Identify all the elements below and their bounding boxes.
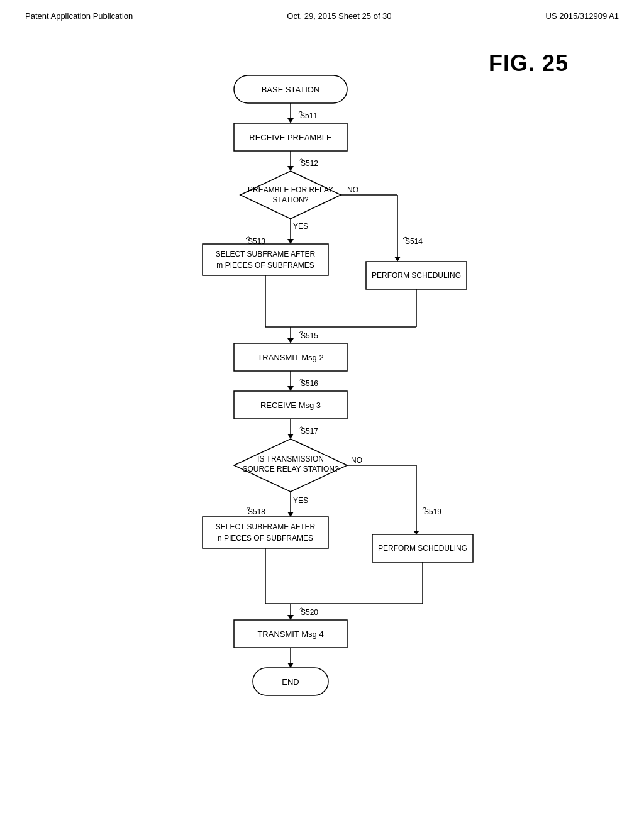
flowchart-svg: BASE STATION S511 RECEIVE PREAMBLE S512 … xyxy=(127,63,517,792)
svg-text:IS TRANSMISSION: IS TRANSMISSION xyxy=(257,455,324,463)
svg-marker-42 xyxy=(287,434,294,439)
svg-rect-22 xyxy=(203,244,328,275)
svg-marker-71 xyxy=(287,663,294,668)
svg-text:PERFORM SCHEDULING: PERFORM SCHEDULING xyxy=(378,544,467,553)
svg-rect-56 xyxy=(203,517,328,548)
svg-text:S512: S512 xyxy=(301,159,318,168)
svg-text:S519: S519 xyxy=(424,507,441,516)
header-center: Oct. 29, 2015 Sheet 25 of 30 xyxy=(287,11,391,21)
diagram-container: BASE STATION S511 RECEIVE PREAMBLE S512 … xyxy=(0,63,644,792)
svg-marker-15 xyxy=(287,239,294,244)
svg-text:S517: S517 xyxy=(301,427,318,436)
svg-marker-37 xyxy=(287,386,294,391)
svg-text:S515: S515 xyxy=(301,331,318,340)
svg-text:STATION?: STATION? xyxy=(273,196,309,204)
svg-text:TRANSMIT Msg 2: TRANSMIT Msg 2 xyxy=(257,353,323,362)
svg-text:SOURCE RELAY STATION?: SOURCE RELAY STATION? xyxy=(242,465,338,473)
svg-text:S511: S511 xyxy=(300,111,318,120)
svg-text:NO: NO xyxy=(351,456,362,465)
svg-text:YES: YES xyxy=(293,496,308,505)
svg-text:BASE STATION: BASE STATION xyxy=(262,85,320,94)
svg-text:NO: NO xyxy=(347,185,358,194)
svg-text:PERFORM SCHEDULING: PERFORM SCHEDULING xyxy=(372,271,461,280)
svg-text:SELECT SUBFRAME AFTER: SELECT SUBFRAME AFTER xyxy=(216,523,316,531)
header-right: US 2015/312909 A1 xyxy=(546,11,619,21)
svg-text:RECEIVE PREAMBLE: RECEIVE PREAMBLE xyxy=(249,133,332,142)
svg-marker-53 xyxy=(413,531,419,534)
svg-text:SELECT SUBFRAME AFTER: SELECT SUBFRAME AFTER xyxy=(216,250,316,258)
svg-text:END: END xyxy=(282,677,299,687)
svg-marker-8 xyxy=(287,166,294,171)
svg-marker-10 xyxy=(240,171,341,219)
page-header: Patent Application Publication Oct. 29, … xyxy=(0,0,644,21)
svg-marker-66 xyxy=(287,615,294,620)
svg-text:S518: S518 xyxy=(248,507,265,516)
svg-text:m PIECES OF SUBFRAMES: m PIECES OF SUBFRAMES xyxy=(216,261,314,270)
svg-text:S516: S516 xyxy=(301,379,318,388)
svg-text:TRANSMIT Msg 4: TRANSMIT Msg 4 xyxy=(257,629,323,639)
svg-text:n PIECES OF SUBFRAMES: n PIECES OF SUBFRAMES xyxy=(218,534,313,543)
svg-marker-50 xyxy=(287,512,294,517)
svg-text:RECEIVE Msg 3: RECEIVE Msg 3 xyxy=(260,401,321,410)
svg-marker-32 xyxy=(287,338,294,343)
svg-text:S520: S520 xyxy=(301,608,318,617)
svg-marker-3 xyxy=(287,118,294,123)
svg-text:S514: S514 xyxy=(405,237,423,246)
svg-text:PREAMBLE FOR RELAY: PREAMBLE FOR RELAY xyxy=(248,185,333,194)
header-left: Patent Application Publication xyxy=(25,11,133,21)
svg-text:YES: YES xyxy=(293,222,308,231)
svg-marker-19 xyxy=(394,257,401,262)
